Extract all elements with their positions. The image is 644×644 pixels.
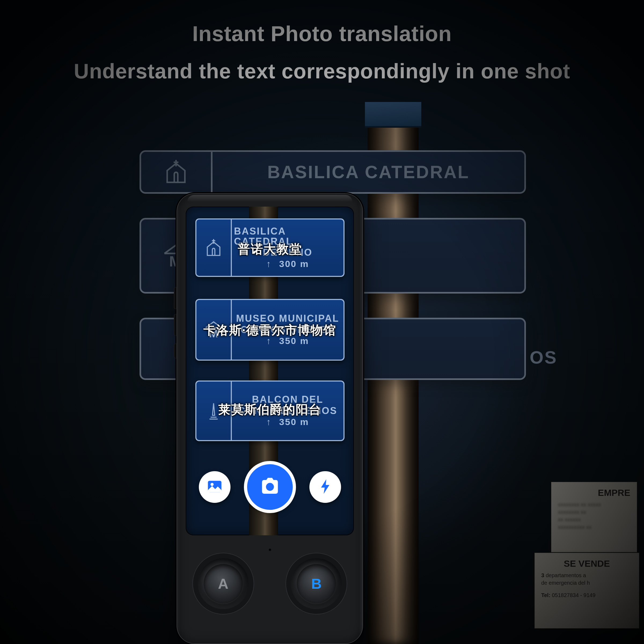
gallery-button[interactable] [199,471,230,503]
device-screen[interactable]: BASILICA CATEDRAL DE PUNO ↑300 m 普诺大教堂 M… [186,207,354,535]
up-arrow-icon: ↑ [266,417,272,427]
translator-device: BASILICA CATEDRAL DE PUNO ↑300 m 普诺大教堂 M… [177,193,363,644]
translation-overlay-3: 莱莫斯伯爵的阳台 [186,401,354,418]
poster-se-vende: SE VENDE 3 departamentos a de emergencia… [535,553,639,628]
sign-distance: ↑300 m [266,259,309,269]
bg-sign-basilica: BASILICA CATEDRAL [140,150,526,194]
camera-controls [186,464,354,510]
sign-distance: ↑350 m [266,417,309,427]
hardware-button-a[interactable]: A [198,558,249,609]
headline-subtitle: Understand the text correspondingly in o… [0,59,644,83]
gallery-icon [206,478,223,496]
side-button-3[interactable] [174,343,177,358]
shutter-button[interactable] [247,464,293,510]
flash-button[interactable] [309,471,341,503]
button-b-label: B [297,564,336,603]
svg-point-3 [210,483,214,486]
svg-point-4 [266,483,274,491]
side-button-2[interactable] [174,314,177,336]
side-button-1[interactable] [174,287,177,309]
headline-title: Instant Photo translation [0,21,644,46]
microphone-hole [269,548,271,551]
hardware-button-b[interactable]: B [291,558,342,609]
button-a-label: A [204,564,243,603]
translation-overlay-2: 卡洛斯·德雷尔市博物馆 [186,322,354,339]
device-hardware-buttons: A B [177,542,363,644]
camera-icon [258,475,281,499]
translation-overlay-1: 普诺大教堂 [186,241,354,258]
bg-sign-text: BASILICA CATEDRAL [213,152,524,192]
church-icon [141,152,213,192]
bg-sign-fragment: OS [530,347,557,368]
poster-empre: EMPRE xxxxxxxx xx xxxxx xxxxxxxx xx xx x… [551,482,637,552]
up-arrow-icon: ↑ [266,259,272,269]
flash-icon [317,478,334,496]
